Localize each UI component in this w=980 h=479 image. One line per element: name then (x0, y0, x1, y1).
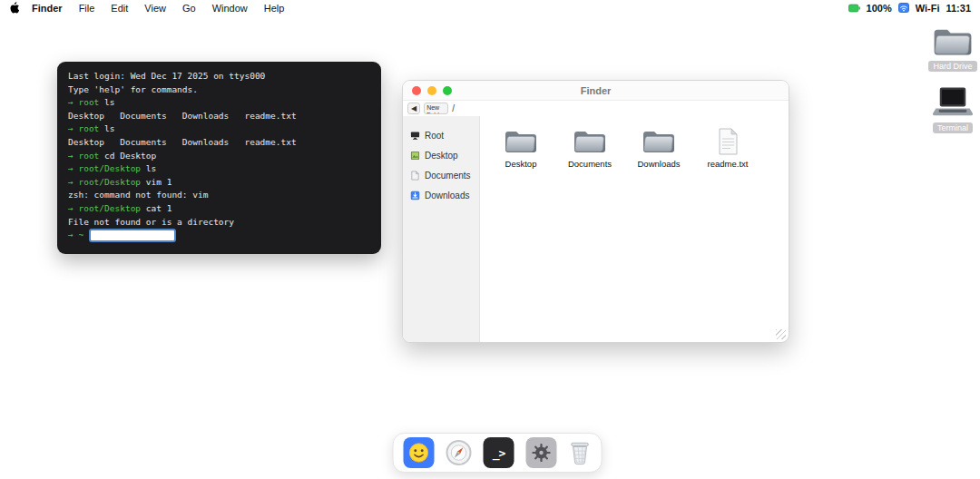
status-area: 100% Wi-Fi 11:31 (848, 3, 971, 14)
clock[interactable]: 11:31 (946, 3, 971, 14)
desktop-icon-label: Hard Drive (928, 61, 976, 72)
menu-item-view[interactable]: View (144, 3, 166, 14)
menu-bar: Finder File Edit View Go Window Help 100… (0, 0, 980, 15)
sidebar-item-root[interactable]: Root (403, 125, 479, 145)
terminal-line: Desktop Documents Downloads readme.txt (68, 110, 370, 123)
dock-item-finder[interactable] (404, 437, 435, 468)
monitor-icon (410, 131, 420, 141)
menu-item-window[interactable]: Window (212, 3, 248, 14)
desktop-icon-label: Terminal (933, 122, 973, 133)
menu-item-go[interactable]: Go (182, 3, 196, 14)
terminal-line: → root/Desktop ls (68, 162, 370, 176)
terminal-line: → root/Desktop vim 1 (68, 176, 370, 190)
terminal-line: → root ls (68, 122, 370, 136)
folder-icon (932, 25, 974, 58)
window-title: Finder (403, 85, 789, 96)
terminal-line: Desktop Documents Downloads readme.txt (68, 136, 370, 150)
battery-icon[interactable] (848, 4, 860, 13)
battery-percent[interactable]: 100% (867, 3, 892, 14)
gear-icon (532, 443, 552, 463)
apple-menu[interactable] (9, 2, 19, 14)
dock: _> (393, 433, 603, 473)
finder-content: Desktop Documents Downloads (480, 116, 789, 342)
sidebar-item-downloads[interactable]: Downloads (403, 185, 479, 205)
terminal-line: zsh: command not found: vim (68, 189, 370, 202)
finder-item-readme[interactable]: readme.txt (700, 128, 756, 169)
dock-item-settings[interactable] (526, 437, 557, 468)
new-folder-button[interactable]: New Folder (424, 103, 448, 114)
zoom-button[interactable] (443, 86, 452, 95)
minimize-button[interactable] (427, 86, 436, 95)
terminal-line: → root/Desktop cat 1 (68, 202, 370, 216)
current-path: / (452, 103, 455, 113)
trash-icon (569, 440, 592, 465)
menu-item-file[interactable]: File (79, 3, 95, 14)
resize-handle[interactable] (776, 329, 786, 339)
dock-item-trash[interactable] (569, 440, 592, 465)
terminal-line: → root cd Desktop (68, 150, 370, 163)
finder-sidebar: Root Desktop Documents (403, 116, 480, 342)
terminal-prompt-line: → ~ (68, 229, 370, 242)
back-button[interactable]: ◀ (407, 103, 420, 114)
laptop-icon (932, 85, 974, 120)
file-icon (718, 128, 739, 155)
compass-icon (449, 443, 469, 463)
finder-window: Finder ◀ New Folder / Root Deskt (402, 80, 789, 343)
picture-icon (410, 151, 420, 161)
terminal-line: File not found or is a directory (68, 216, 370, 230)
sidebar-item-documents[interactable]: Documents (403, 165, 479, 185)
terminal-prompt-icon: _> (493, 446, 505, 460)
desktop-icon-terminal[interactable]: Terminal (924, 85, 980, 133)
apple-icon (9, 2, 19, 14)
finder-titlebar[interactable]: Finder (403, 81, 789, 101)
terminal-window: Last login: Wed Dec 17 2025 on ttys000 T… (57, 62, 381, 254)
wifi-icon[interactable] (898, 3, 909, 13)
finder-item-desktop[interactable]: Desktop (493, 128, 549, 169)
wifi-label[interactable]: Wi-Fi (916, 3, 940, 14)
terminal-line: → root ls (68, 96, 370, 110)
smiley-icon (408, 442, 430, 464)
menu-item-edit[interactable]: Edit (111, 3, 128, 14)
menu-item-help[interactable]: Help (264, 3, 285, 14)
dock-item-browser[interactable] (446, 440, 472, 465)
finder-item-documents[interactable]: Documents (562, 128, 618, 169)
dock-item-terminal[interactable]: _> (484, 437, 514, 468)
desktop-icon-hard-drive[interactable]: Hard Drive (924, 25, 980, 72)
terminal-command-input[interactable] (89, 229, 176, 242)
terminal-line: Type 'help' for commands. (68, 83, 370, 97)
finder-toolbar: ◀ New Folder / (403, 101, 789, 116)
terminal-line: Last login: Wed Dec 17 2025 on ttys000 (68, 70, 370, 83)
finder-item-downloads[interactable]: Downloads (631, 128, 687, 169)
document-icon (410, 171, 420, 181)
download-icon (410, 191, 420, 200)
close-button[interactable] (412, 86, 421, 95)
menu-item-finder[interactable]: Finder (32, 3, 63, 14)
folder-icon (573, 128, 607, 155)
folder-icon (642, 128, 676, 155)
sidebar-item-desktop[interactable]: Desktop (403, 145, 479, 165)
folder-icon (504, 128, 538, 155)
